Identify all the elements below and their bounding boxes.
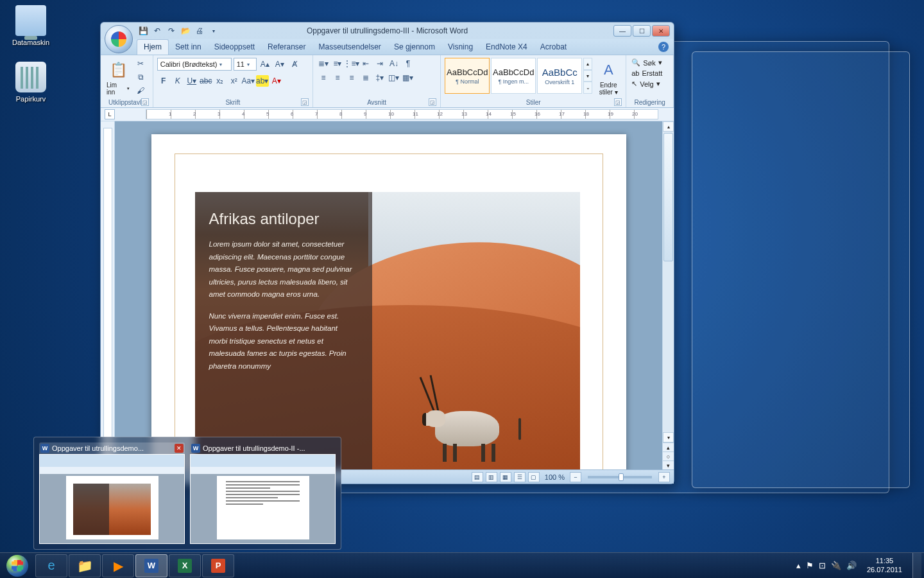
taskbar-preview-thumbnail[interactable]: W Oppgaver til utrullingsdemo-II -... (190, 442, 336, 544)
taskbar-word-button[interactable]: W (135, 554, 167, 577)
zoom-level[interactable]: 100 % (545, 473, 565, 481)
borders-button[interactable]: ▦▾ (402, 72, 415, 83)
minimize-button[interactable]: — (613, 25, 631, 37)
change-styles-button[interactable]: A Endre stiler ▾ (595, 58, 622, 98)
bullets-button[interactable]: ≣▾ (317, 58, 330, 69)
decrease-indent-button[interactable]: ⇤ (359, 58, 372, 69)
taskbar-preview-thumbnail[interactable]: W Oppgaver til utrullingsdemo... ✕ (39, 442, 185, 544)
tab-endnote[interactable]: EndNote X4 (479, 40, 534, 55)
thumbnail-close-button[interactable]: ✕ (175, 444, 184, 453)
document-page[interactable]: Afrikas antiloper Lorem ipsum dolor sit … (151, 134, 626, 469)
font-color-button[interactable]: A▾ (270, 75, 283, 87)
qat-open-button[interactable]: 📂 (180, 26, 191, 36)
increase-indent-button[interactable]: ⇥ (373, 58, 386, 69)
font-name-combo[interactable]: Calibri (Brødtekst)▾ (157, 58, 232, 71)
tab-page-layout[interactable]: Sideoppsett (208, 40, 261, 55)
print-layout-view[interactable]: ▤ (472, 472, 483, 482)
superscript-button[interactable]: x² (228, 75, 241, 87)
document-paragraph[interactable]: Lorem ipsum dolor sit amet, consectetuer… (209, 238, 358, 301)
styles-launcher[interactable]: ◲ (614, 98, 622, 106)
document-heading[interactable]: Afrikas antiloper (209, 210, 358, 228)
draft-view[interactable]: ▢ (528, 472, 540, 482)
tab-review[interactable]: Se gjennom (388, 40, 441, 55)
flag-icon[interactable]: ⚑ (806, 561, 814, 570)
show-marks-button[interactable]: ¶ (402, 58, 415, 69)
grow-font-button[interactable]: A▴ (259, 58, 271, 70)
tab-references[interactable]: Referanser (261, 40, 312, 55)
align-left-button[interactable]: ≡ (317, 72, 330, 83)
show-desktop-button[interactable] (912, 553, 921, 579)
highlight-button[interactable]: ab▾ (256, 75, 269, 87)
align-right-button[interactable]: ≡ (345, 72, 358, 83)
tab-insert[interactable]: Sett inn (169, 40, 208, 55)
taskbar-excel-button[interactable]: X (169, 554, 201, 577)
vertical-scrollbar[interactable]: ▴ ▾ ▴ ○ ▾ (662, 121, 674, 469)
styles-scroll-up[interactable]: ▴ (583, 58, 592, 70)
power-icon[interactable]: 🔌 (831, 561, 841, 570)
styles-expand[interactable]: ⌄ (583, 82, 592, 94)
tab-home[interactable]: Hjem (137, 39, 169, 55)
replace-button[interactable]: abErstatt (630, 69, 663, 78)
scroll-thumb[interactable] (663, 133, 673, 261)
close-button[interactable]: ✕ (652, 25, 670, 37)
shrink-font-button[interactable]: A▾ (273, 58, 286, 70)
qat-print-button[interactable]: 🖨 (194, 26, 205, 36)
scroll-up-button[interactable]: ▴ (663, 121, 674, 132)
tab-view[interactable]: Visning (441, 40, 479, 55)
strikethrough-button[interactable]: abc (200, 75, 212, 87)
line-spacing-button[interactable]: ‡▾ (373, 72, 386, 83)
bold-button[interactable]: F (157, 75, 170, 87)
zoom-slider-thumb[interactable] (619, 473, 624, 481)
justify-button[interactable]: ≣ (359, 72, 372, 83)
style-heading1[interactable]: AaBbCc Overskrift 1 (537, 58, 582, 94)
office-button[interactable] (105, 25, 133, 53)
qat-customize-button[interactable]: ▾ (209, 26, 219, 36)
volume-icon[interactable]: 🔊 (846, 561, 857, 570)
browse-object-button[interactable]: ○ (663, 451, 674, 460)
vertical-ruler[interactable] (101, 121, 115, 469)
desktop-icon-computer[interactable]: Datamaskin (5, 5, 56, 46)
styles-gallery[interactable]: AaBbCcDd ¶ Normal AaBbCcDd ¶ Ingen m... … (445, 58, 592, 94)
styles-scroll-down[interactable]: ▾ (583, 70, 592, 82)
find-button[interactable]: 🔍Søk ▾ (630, 58, 663, 67)
style-normal[interactable]: AaBbCcDd ¶ Normal (445, 58, 490, 94)
tab-acrobat[interactable]: Acrobat (534, 40, 573, 55)
document-viewport[interactable]: Afrikas antiloper Lorem ipsum dolor sit … (115, 121, 662, 469)
qat-undo-button[interactable]: ↶ (152, 26, 162, 36)
change-case-button[interactable]: Aa▾ (242, 75, 255, 87)
zoom-slider[interactable] (588, 476, 652, 478)
format-painter-button[interactable]: 🖌 (134, 85, 147, 96)
document-paragraph[interactable]: Nunc viverra imperdiet enim. Fusce est. … (209, 310, 358, 373)
qat-save-button[interactable]: 💾 (138, 26, 148, 36)
subscript-button[interactable]: x₂ (214, 75, 227, 87)
taskbar-explorer-button[interactable]: 📁 (69, 554, 101, 577)
clipboard-launcher[interactable]: ◲ (141, 98, 149, 106)
style-no-spacing[interactable]: AaBbCcDd ¶ Ingen m... (491, 58, 536, 94)
paste-button[interactable]: 📋 Lim inn▾ (105, 58, 132, 98)
copy-button[interactable]: ⧉ (134, 71, 147, 83)
select-button[interactable]: ↖Velg ▾ (630, 79, 663, 89)
font-size-combo[interactable]: 11▾ (234, 58, 257, 71)
paragraph-launcher[interactable]: ◲ (429, 98, 436, 106)
start-button[interactable] (0, 553, 35, 579)
next-page-button[interactable]: ▾ (663, 460, 674, 469)
horizontal-ruler[interactable]: 1234567891011121314151617181920 (146, 109, 658, 119)
taskbar-media-player-button[interactable]: ▶ (102, 554, 134, 577)
full-screen-view[interactable]: ▥ (486, 472, 497, 482)
underline-button[interactable]: U▾ (185, 75, 198, 87)
tab-selector[interactable]: L (105, 109, 115, 119)
shading-button[interactable]: ◫▾ (388, 72, 400, 83)
taskbar-ie-button[interactable]: e (35, 554, 67, 577)
title-bar[interactable]: 💾 ↶ ↷ 📂 🖨 ▾ Oppgaver til utrullingsdemo-… (101, 22, 674, 39)
scroll-down-button[interactable]: ▾ (663, 432, 674, 442)
italic-button[interactable]: K (171, 75, 184, 87)
align-center-button[interactable]: ≡ (331, 72, 344, 83)
multilevel-list-button[interactable]: ⋮≡▾ (345, 58, 358, 69)
prev-page-button[interactable]: ▴ (663, 442, 674, 451)
taskbar-clock[interactable]: 11:35 26.07.2011 (862, 557, 907, 574)
maximize-button[interactable]: ☐ (633, 25, 651, 37)
cut-button[interactable]: ✂ (134, 58, 147, 69)
sort-button[interactable]: A↓ (388, 58, 400, 69)
desktop-icon-recycle-bin[interactable]: Papirkurv (5, 62, 56, 103)
tab-mailings[interactable]: Masseutsendelser (312, 40, 387, 55)
